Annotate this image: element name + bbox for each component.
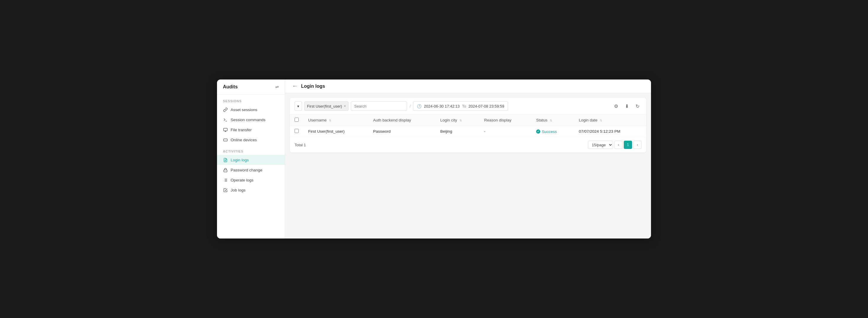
sort-username-icon[interactable]: ⇅: [329, 119, 331, 122]
sidebar: Audits ⇌ SESSIONSAsset sessionsSession c…: [217, 79, 285, 239]
sidebar-item-label: Asset sessions: [230, 108, 257, 112]
data-table: Username ⇅ Auth backend display Login ci…: [290, 115, 646, 137]
sidebar-section-label: ACTIVITIES: [217, 145, 285, 155]
main-content: ← Login logs ▾ First User(first_user) × …: [285, 79, 651, 239]
col-auth-backend: Auth backend display: [368, 115, 435, 126]
table-row: First User(first_user)PasswordBeijing-Su…: [290, 126, 646, 137]
list-icon: [223, 178, 228, 182]
col-login-city: Login city ⇅: [435, 115, 479, 126]
cell-status: Success: [531, 126, 574, 137]
lock-icon: [223, 168, 228, 172]
sort-date-icon[interactable]: ⇅: [600, 119, 602, 122]
refresh-button[interactable]: ↻: [633, 102, 642, 110]
date-start: 2024-06-30 17:42:13: [424, 104, 460, 108]
next-page-button[interactable]: ›: [633, 141, 642, 149]
settings-icon: ⚙: [614, 103, 618, 109]
refresh-icon: ↻: [636, 103, 640, 109]
status-text: Success: [542, 130, 557, 134]
app-title: Audits: [223, 84, 238, 90]
svg-rect-8: [223, 170, 227, 172]
svg-rect-4: [223, 139, 227, 141]
settings-button[interactable]: ⚙: [612, 102, 620, 110]
cell-username: First User(first_user): [304, 126, 368, 137]
current-page-button[interactable]: 1: [624, 141, 632, 149]
log-icon: [223, 157, 228, 162]
download-button[interactable]: ⬇: [623, 102, 631, 110]
status-badge: Success: [536, 130, 557, 134]
sidebar-item-label: Operate logs: [230, 178, 253, 182]
link-icon: [223, 107, 228, 112]
filter-tag-close[interactable]: ×: [344, 104, 346, 108]
filter-bar: ▾ First User(first_user) × / 🕐 2024-06-3…: [290, 98, 646, 115]
sidebar-item-session-commands[interactable]: Session commands: [217, 115, 285, 125]
sidebar-section: SESSIONSAsset sessionsSession commandsFi…: [217, 95, 285, 145]
sidebar-item-password-change[interactable]: Password change: [217, 165, 285, 175]
cell-login-city: Beijing: [435, 126, 479, 137]
sidebar-item-label: Online devices: [230, 138, 257, 142]
select-all-checkbox[interactable]: [294, 118, 299, 122]
date-range-picker[interactable]: 🕐 2024-06-30 17:42:13 To 2024-07-08 23:5…: [413, 101, 508, 111]
date-end: 2024-07-08 23:59:59: [469, 104, 504, 108]
col-username: Username ⇅: [304, 115, 368, 126]
filter-tag-text: First User(first_user): [307, 104, 342, 108]
col-reason-display: Reason display: [479, 115, 531, 126]
sidebar-item-asset-sessions[interactable]: Asset sessions: [217, 105, 285, 115]
sidebar-toggle-icon[interactable]: ⇌: [275, 84, 279, 89]
table-footer: Total 1 15/page 10/page 20/page 50/page …: [290, 137, 646, 152]
pagination: 15/page 10/page 20/page 50/page ‹ 1 ›: [588, 141, 642, 149]
page-title: Login logs: [301, 84, 325, 89]
prev-page-button[interactable]: ‹: [614, 141, 623, 149]
prev-icon: ‹: [618, 143, 619, 147]
col-login-date: Login date ⇅: [574, 115, 646, 126]
col-status: Status ⇅: [531, 115, 574, 126]
search-slash: /: [409, 104, 411, 108]
dropdown-arrow: ▾: [297, 104, 299, 108]
row-checkbox[interactable]: [294, 129, 299, 133]
next-icon: ›: [637, 143, 638, 147]
content-card: ▾ First User(first_user) × / 🕐 2024-06-3…: [290, 98, 646, 152]
sidebar-item-operate-logs[interactable]: Operate logs: [217, 175, 285, 185]
clock-icon: 🕐: [417, 104, 422, 108]
sidebar-item-login-logs[interactable]: Login logs: [217, 155, 285, 165]
filter-tag: First User(first_user) ×: [304, 101, 348, 111]
select-all-cell: [290, 115, 304, 126]
sidebar-section-label: SESSIONS: [217, 95, 285, 105]
svg-rect-1: [223, 128, 227, 131]
table-header-row: Username ⇅ Auth backend display Login ci…: [290, 115, 646, 126]
sidebar-item-label: Login logs: [230, 158, 249, 162]
download-icon: ⬇: [625, 103, 629, 109]
cell-login-date: 07/07/2024 5:12:23 PM: [574, 126, 646, 137]
sidebar-header: Audits ⇌: [217, 79, 285, 95]
sidebar-nav: SESSIONSAsset sessionsSession commandsFi…: [217, 95, 285, 195]
status-dot: [536, 130, 540, 134]
back-button[interactable]: ←: [292, 83, 298, 89]
content-area: ▾ First User(first_user) × / 🕐 2024-06-3…: [285, 93, 651, 239]
monitor-icon: [223, 128, 228, 132]
search-input[interactable]: [351, 101, 407, 111]
sort-city-icon[interactable]: ⇅: [460, 119, 462, 122]
cell-auth-backend: Password: [368, 126, 435, 137]
terminal-icon: [223, 117, 228, 122]
table-body: First User(first_user)PasswordBeijing-Su…: [290, 126, 646, 137]
checklist-icon: [223, 188, 228, 192]
sidebar-item-label: Job logs: [230, 188, 245, 192]
app-window: Audits ⇌ SESSIONSAsset sessionsSession c…: [217, 79, 651, 239]
main-header: ← Login logs: [285, 79, 651, 93]
filter-dropdown[interactable]: ▾: [294, 101, 302, 111]
sidebar-item-label: Password change: [230, 168, 262, 172]
filter-actions: ⚙ ⬇ ↻: [612, 102, 642, 110]
sidebar-section: ACTIVITIESLogin logsPassword changeOpera…: [217, 145, 285, 195]
row-checkbox-cell: [290, 126, 304, 137]
sidebar-item-job-logs[interactable]: Job logs: [217, 185, 285, 195]
table-head: Username ⇅ Auth backend display Login ci…: [290, 115, 646, 126]
sort-status-icon[interactable]: ⇅: [550, 119, 552, 122]
devices-icon: [223, 137, 228, 142]
cell-reason-display: -: [479, 126, 531, 137]
sidebar-item-online-devices[interactable]: Online devices: [217, 135, 285, 145]
date-to-label: To: [462, 104, 466, 108]
sidebar-item-file-transfer[interactable]: File transfer: [217, 125, 285, 135]
sidebar-item-label: File transfer: [230, 128, 252, 132]
page-size-select[interactable]: 15/page 10/page 20/page 50/page: [588, 141, 613, 149]
sidebar-item-label: Session commands: [230, 118, 266, 122]
total-count: Total 1: [294, 143, 306, 147]
